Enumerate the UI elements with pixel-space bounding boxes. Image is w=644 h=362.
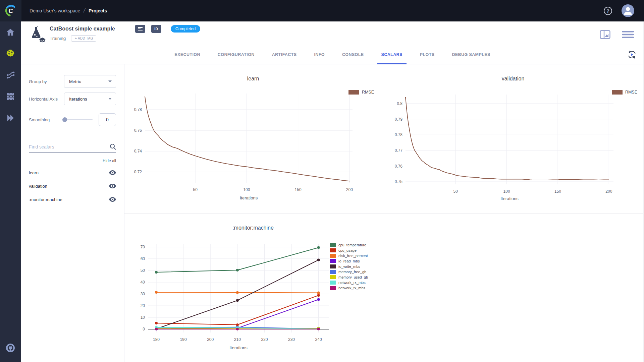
slider-thumb[interactable] bbox=[62, 117, 67, 122]
legend-item-memory_used_gb[interactable]: memory_used_gb bbox=[330, 275, 368, 279]
breadcrumb-separator: / bbox=[83, 7, 86, 14]
svg-text:40: 40 bbox=[141, 280, 145, 285]
breadcrumb-workspace[interactable]: Demo User's workspace bbox=[30, 8, 80, 13]
svg-text:150: 150 bbox=[554, 189, 561, 194]
clearml-app: C Demo User's workspace / Projects ? bbox=[0, 0, 644, 362]
svg-text:100: 100 bbox=[503, 189, 510, 194]
experiment-title: CatBoost simple example bbox=[50, 26, 115, 32]
visibility-eye-icon[interactable] bbox=[109, 170, 116, 175]
status-badge: Completed bbox=[171, 25, 200, 33]
legend-label: RMSE bbox=[362, 90, 374, 95]
top-bar: C Demo User's workspace / Projects ? bbox=[0, 0, 644, 21]
legend-item-cpu_usage[interactable]: cpu_usage bbox=[330, 248, 368, 252]
horizontal-axis-label: Horizontal Axis bbox=[29, 97, 64, 102]
svg-text:70: 70 bbox=[141, 245, 145, 249]
sidebar-item-datasets[interactable] bbox=[0, 86, 21, 107]
legend-swatch bbox=[348, 90, 359, 95]
svg-text:0.72: 0.72 bbox=[134, 170, 142, 174]
scalar-row-learn: learn bbox=[29, 166, 116, 179]
tab-execution[interactable]: EXECUTION bbox=[174, 45, 200, 64]
scalars-control-panel: Group by Metric Horizontal Axis Iteratio… bbox=[21, 64, 124, 362]
tab-scalars[interactable]: SCALARS bbox=[381, 45, 402, 64]
legend-swatch bbox=[330, 259, 336, 263]
svg-text:60: 60 bbox=[141, 256, 145, 261]
github-link[interactable] bbox=[0, 337, 21, 359]
github-icon bbox=[5, 343, 15, 353]
legend-swatch bbox=[330, 243, 336, 247]
legend-label: io_write_mbs bbox=[338, 264, 360, 268]
avatar[interactable] bbox=[621, 4, 635, 17]
chart-learn: learn 501001502000.720.740.760.78Iterati… bbox=[124, 64, 382, 214]
menu-icon[interactable] bbox=[622, 31, 634, 39]
legend-swatch bbox=[330, 254, 336, 258]
svg-text:0.78: 0.78 bbox=[134, 107, 142, 112]
svg-text:200: 200 bbox=[605, 189, 612, 194]
visibility-eye-icon[interactable] bbox=[109, 197, 116, 202]
details-panel-icon[interactable] bbox=[600, 30, 610, 39]
home-icon bbox=[6, 28, 15, 37]
tab-plots[interactable]: PLOTS bbox=[420, 45, 435, 64]
svg-text:C: C bbox=[8, 7, 13, 14]
legend-item-RMSE[interactable]: RMSE bbox=[612, 90, 637, 95]
description-button[interactable] bbox=[135, 25, 145, 33]
help-icon[interactable]: ? bbox=[603, 6, 612, 15]
svg-text:180: 180 bbox=[153, 337, 160, 342]
svg-text:0.76: 0.76 bbox=[395, 164, 403, 169]
sidebar-item-workers[interactable] bbox=[0, 107, 21, 129]
legend-item-RMSE[interactable]: RMSE bbox=[348, 90, 374, 95]
learn-plot[interactable]: 501001502000.720.740.760.78Iterations bbox=[124, 64, 382, 214]
svg-text:0.79: 0.79 bbox=[395, 117, 403, 122]
breadcrumb-page[interactable]: Projects bbox=[89, 8, 107, 13]
sidebar-item-pipelines[interactable] bbox=[0, 64, 21, 86]
horizontal-axis-select[interactable]: Iterations bbox=[64, 93, 116, 105]
svg-text:0.74: 0.74 bbox=[134, 149, 142, 154]
smoothing-slider[interactable] bbox=[62, 117, 93, 122]
horizontal-axis-value: Iterations bbox=[69, 97, 108, 102]
smoothing-value-input[interactable]: 0 bbox=[99, 113, 116, 126]
group-by-label: Group by bbox=[29, 79, 64, 84]
legend-item-network_tx_mbs[interactable]: network_tx_mbs bbox=[330, 286, 368, 290]
id-button[interactable]: ID bbox=[151, 25, 161, 33]
description-icon bbox=[138, 27, 143, 31]
tab-configuration[interactable]: CONFIGURATION bbox=[218, 45, 255, 64]
validation-plot[interactable]: 501001502000.750.760.770.780.790.8Iterat… bbox=[382, 64, 644, 214]
id-button-label: ID bbox=[154, 27, 158, 31]
refresh-button[interactable] bbox=[627, 50, 637, 61]
experiment-subtitle: Training bbox=[50, 36, 66, 41]
visibility-eye-icon[interactable] bbox=[109, 184, 116, 188]
tab-bar: EXECUTION CONFIGURATION ARTIFACTS INFO C… bbox=[21, 45, 644, 64]
svg-text:0.77: 0.77 bbox=[395, 148, 403, 153]
svg-text:210: 210 bbox=[234, 337, 241, 342]
search-icon bbox=[110, 143, 116, 150]
legend-swatch bbox=[330, 286, 336, 290]
legend-label: memory_used_gb bbox=[338, 275, 368, 279]
group-by-select[interactable]: Metric bbox=[64, 75, 116, 88]
legend-item-disk_free_percent[interactable]: disk_free_percent bbox=[330, 254, 368, 258]
legend-label: memory_free_gb bbox=[338, 270, 366, 274]
legend-item-memory_free_gb[interactable]: memory_free_gb bbox=[330, 270, 368, 274]
tab-artifacts[interactable]: ARTIFACTS bbox=[272, 45, 297, 64]
add-tag-button[interactable]: + ADD TAG bbox=[71, 35, 98, 42]
smoothing-label: Smoothing bbox=[29, 117, 62, 122]
legend-item-network_rx_mbs[interactable]: network_rx_mbs bbox=[330, 281, 368, 285]
svg-text:Iterations: Iterations bbox=[500, 196, 519, 201]
legend-item-io_read_mbs[interactable]: io_read_mbs bbox=[330, 259, 368, 263]
find-scalars-input[interactable] bbox=[29, 144, 110, 149]
left-nav-sidebar bbox=[0, 21, 21, 362]
sidebar-item-home[interactable] bbox=[0, 21, 21, 43]
clearml-logo[interactable]: C bbox=[0, 0, 21, 21]
tab-info[interactable]: INFO bbox=[314, 45, 324, 64]
tab-debug-samples[interactable]: DEBUG SAMPLES bbox=[452, 45, 490, 64]
legend-swatch bbox=[612, 90, 623, 95]
legend-swatch bbox=[330, 264, 336, 268]
tab-console[interactable]: CONSOLE bbox=[342, 45, 364, 64]
scalar-name: learn bbox=[29, 170, 39, 175]
legend-item-io_write_mbs[interactable]: io_write_mbs bbox=[330, 264, 368, 268]
brain-icon bbox=[5, 49, 15, 58]
workers-icon bbox=[6, 114, 15, 122]
breadcrumb: Demo User's workspace / Projects bbox=[30, 7, 107, 14]
sidebar-item-projects[interactable] bbox=[0, 43, 21, 64]
clearml-logo-icon: C bbox=[4, 4, 17, 17]
legend-item-cpu_temperature[interactable]: cpu_temperature bbox=[330, 243, 368, 247]
hide-all-link[interactable]: Hide all bbox=[29, 159, 116, 163]
